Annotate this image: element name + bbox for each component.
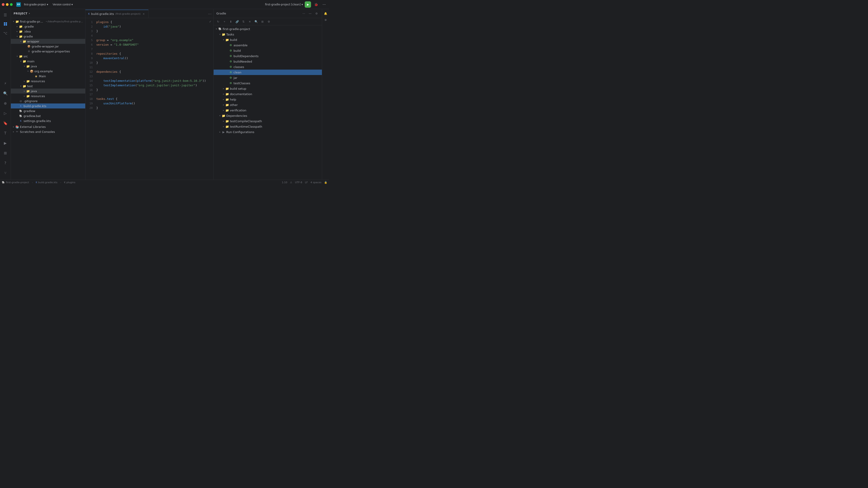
status-project-name: first-gradle-project xyxy=(6,181,29,184)
gradle-tasks[interactable]: ▾ 📁 Tasks xyxy=(214,32,322,37)
root-folder-icon: 📁 xyxy=(16,20,19,23)
activity-icon-plugins[interactable]: ⊕ xyxy=(1,99,9,107)
activity-icon-todo[interactable]: T xyxy=(1,129,9,137)
run-button[interactable]: ▶ xyxy=(305,1,311,8)
gradle-columns-button[interactable]: ⊞ xyxy=(260,19,265,24)
activity-icon-bookmarks[interactable]: 🔖 xyxy=(1,119,9,127)
gradle-dependencies[interactable]: ▾ 📁 Dependencies xyxy=(214,113,322,119)
idea-caret-icon: ▸ xyxy=(16,30,19,33)
activity-icon-vcs[interactable]: ⌥ xyxy=(1,29,9,37)
close-button[interactable] xyxy=(2,3,4,6)
notifications-button[interactable]: 🔔 xyxy=(323,11,329,16)
project-name-button[interactable]: first-gradle-project ▾ xyxy=(23,2,50,6)
gradle-cancel-button[interactable]: ✕ xyxy=(247,19,252,24)
gradle-link-button[interactable]: 🔗 xyxy=(235,19,240,24)
gradle-build-caret xyxy=(225,49,229,53)
gradle-other[interactable]: ▸ 📁 other xyxy=(214,102,322,107)
tree-item-resources-main[interactable]: ▸ 📁 resources xyxy=(11,78,85,84)
tree-item-wrapper[interactable]: ▾ 📁 wrapper xyxy=(11,39,85,44)
status-indent[interactable]: 4 spaces xyxy=(311,181,322,184)
status-project[interactable]: 🐘 first-gradle-project xyxy=(2,181,29,184)
gradle-run-configs-icon: ▶ xyxy=(222,130,225,134)
gradle-build-dependents[interactable]: ⚙ buildDependents xyxy=(214,53,322,59)
tree-item-java-test[interactable]: ▸ 📁 java xyxy=(11,89,85,94)
activity-icon-run[interactable]: ▷ xyxy=(1,109,9,117)
tree-item-main-class[interactable]: ◉ Main xyxy=(11,74,85,78)
gradle-build-setup[interactable]: ▸ 📁 build setup xyxy=(214,86,322,91)
gradle-refresh-button[interactable]: ↻ xyxy=(215,19,221,24)
editor-tab-build-gradle[interactable]: K build.gradle.kts (first-gradle-project… xyxy=(86,10,149,18)
status-warnings[interactable]: ⚠ xyxy=(290,181,292,184)
gradle-assemble[interactable]: ⚙ assemble xyxy=(214,42,322,48)
activity-icon-git[interactable]: ⑂ xyxy=(1,169,9,177)
gradle-clean[interactable]: ⚙ clean xyxy=(214,70,322,75)
gradle-filter-button[interactable]: ⚙ xyxy=(266,19,272,24)
gradle-minimize-button[interactable]: — xyxy=(307,11,313,16)
tree-item-wrapper-properties[interactable]: ⚙ gradle-wrapper.properties xyxy=(11,49,85,54)
gradle-toggle-button[interactable]: ⇅ xyxy=(241,19,246,24)
status-readonly[interactable]: 🔒 xyxy=(324,181,327,184)
activity-icon-search[interactable]: 🔍 xyxy=(1,89,9,97)
activity-icon-hamburger[interactable]: ☰ xyxy=(1,11,9,19)
gradle-root[interactable]: ▾ 🐘 first-gradle-project xyxy=(214,26,322,32)
editor-content: 12345 678910 1112131415 1617181920 plugi… xyxy=(86,18,213,180)
gradle-verification[interactable]: ▸ 📁 verification xyxy=(214,107,322,113)
status-file[interactable]: K build.gradle.kts xyxy=(36,181,57,184)
tree-item-build-gradle[interactable]: K build.gradle.kts xyxy=(11,103,85,108)
gradle-jar[interactable]: ⚙ jar xyxy=(214,75,322,80)
gradle-add-button[interactable]: + xyxy=(222,19,227,24)
status-position[interactable]: 1:10 xyxy=(282,181,287,184)
gradle-classes[interactable]: ⚙ classes xyxy=(214,64,322,70)
gradle-build-task[interactable]: ⚙ build xyxy=(214,48,322,53)
tab-close-button[interactable]: × xyxy=(142,12,146,16)
tree-item-gradlew-bat[interactable]: 🐘 gradlew.bat xyxy=(11,113,85,119)
tree-item-test[interactable]: ▾ 📁 test xyxy=(11,84,85,89)
java-main-label: java xyxy=(31,65,37,68)
gradle-settings-button[interactable]: ⚙ xyxy=(314,11,319,16)
gradle-help[interactable]: ▸ 📁 help xyxy=(214,97,322,102)
tree-item-src[interactable]: ▾ 📁 src xyxy=(11,54,85,59)
gradle-test-classes[interactable]: ⚙ testClasses xyxy=(214,80,322,86)
tree-item-gradle-folder[interactable]: ▾ 📁 gradle xyxy=(11,34,85,39)
gradle-build-group[interactable]: ▾ 📁 build xyxy=(214,37,322,42)
tree-item-root[interactable]: ▾ 📁 first-gradle-project ~/IdeaProjects/… xyxy=(11,19,85,24)
tree-item-wrapper-jar[interactable]: 📦 gradle-wrapper.jar xyxy=(11,44,85,49)
tree-item-scratches[interactable]: ▸ ✏ Scratches and Consoles xyxy=(11,129,85,134)
tree-item-gradlew[interactable]: 🐘 gradlew xyxy=(11,108,85,113)
maximize-button[interactable] xyxy=(10,3,13,6)
tree-item-gradle-dir[interactable]: ▸ 📁 .gradle xyxy=(11,24,85,29)
tree-item-org-example[interactable]: ▾ 📦 org.example xyxy=(11,69,85,74)
tree-item-gitignore[interactable]: ⊘ .gitignore xyxy=(11,98,85,103)
tree-item-external-libs[interactable]: ▸ 📚 External Libraries xyxy=(11,124,85,129)
gradle-build-needed[interactable]: ⚙ buildNeeded xyxy=(214,59,322,64)
gradle-documentation[interactable]: ▸ 📁 documentation xyxy=(214,91,322,97)
tree-item-settings-gradle[interactable]: K settings.gradle.kts xyxy=(11,119,85,123)
status-line-ending[interactable]: LF xyxy=(305,181,308,184)
gradle-test-compile-classpath[interactable]: ▸ 📁 testCompileClasspath xyxy=(214,119,322,124)
inspector-button[interactable]: ⊕ xyxy=(323,17,329,23)
debug-button[interactable]: 🐞 xyxy=(313,1,319,8)
activity-icon-problems[interactable]: ⚡ xyxy=(1,79,9,88)
activity-icon-terminal[interactable]: ⊞ xyxy=(1,149,9,157)
minimize-button[interactable] xyxy=(6,3,8,6)
status-encoding[interactable]: UTF-8 xyxy=(295,181,302,184)
code-editor[interactable]: plugins { id("java") } group = "org.exam… xyxy=(94,18,213,180)
more-actions-button[interactable]: ⋯ xyxy=(321,1,327,8)
gradle-more-button[interactable]: ⋯ xyxy=(301,11,307,16)
gradle-download-button[interactable]: ⬇ xyxy=(228,19,234,24)
gradle-search-button[interactable]: 🔍 xyxy=(253,19,259,24)
version-control-button[interactable]: Version control ▾ xyxy=(51,2,74,6)
tree-item-idea[interactable]: ▸ 📁 .idea xyxy=(11,29,85,34)
tree-item-main[interactable]: ▾ 📁 main xyxy=(11,59,85,64)
gitignore-icon: ⊘ xyxy=(19,99,23,103)
status-breadcrumb[interactable]: K plugins xyxy=(64,181,75,184)
status-separator-2: › xyxy=(60,181,61,184)
activity-icon-build[interactable]: ▶ xyxy=(1,139,9,147)
tab-more-button[interactable]: ⋯ xyxy=(206,10,213,18)
activity-icon-project[interactable] xyxy=(1,20,9,28)
gradle-run-configurations[interactable]: ▸ ▶ Run Configurations xyxy=(214,129,322,135)
tree-item-resources-test[interactable]: ▸ 📁 resources xyxy=(11,94,85,98)
gradle-test-runtime-classpath[interactable]: ▸ 📁 testRuntimeClasspath xyxy=(214,124,322,129)
activity-icon-help[interactable]: ? xyxy=(1,159,9,167)
tree-item-java-main[interactable]: ▾ 📁 java xyxy=(11,64,85,69)
